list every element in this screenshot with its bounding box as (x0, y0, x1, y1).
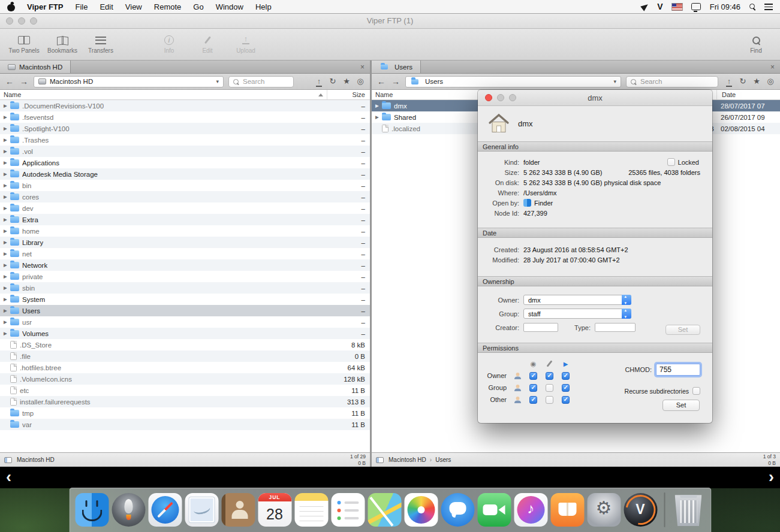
menu-go[interactable]: Go (187, 2, 209, 11)
file-row-library[interactable]: Library– (0, 237, 370, 248)
ibooks-dock-icon[interactable] (550, 493, 584, 527)
contacts-dock-icon[interactable] (221, 493, 255, 527)
disclosure-triangle-icon[interactable] (372, 114, 381, 120)
forward-icon[interactable] (391, 77, 400, 86)
disclosure-triangle-icon[interactable] (0, 114, 9, 120)
file-row-extra[interactable]: Extra– (0, 214, 370, 225)
file-row-ds-store[interactable]: .DS_Store8 kB (0, 339, 370, 350)
disclosure-triangle-icon[interactable] (0, 205, 9, 211)
bookmarks-button[interactable]: Bookmarks (47, 35, 78, 54)
permission-checkbox-other-read[interactable] (529, 396, 537, 404)
disclosure-triangle-icon[interactable] (0, 331, 9, 336)
breadcrumb-users[interactable]: Users (435, 457, 451, 463)
facetime-dock-icon[interactable] (477, 493, 511, 527)
permission-checkbox-owner-read[interactable] (529, 372, 537, 380)
menu-file[interactable]: File (69, 2, 94, 11)
file-row-sbin[interactable]: sbin– (0, 282, 370, 294)
disclosure-triangle-icon[interactable] (0, 149, 9, 154)
disclosure-triangle-icon[interactable] (0, 262, 9, 268)
menu-window[interactable]: Window (210, 2, 249, 11)
permissions-set-button[interactable]: Set (662, 400, 700, 411)
spotlight-icon[interactable] (749, 4, 755, 10)
permission-checkbox-other-write[interactable] (546, 396, 553, 404)
disclosure-triangle-icon[interactable] (0, 319, 9, 325)
file-row-spotlight-v100[interactable]: .Spotlight-V100– (0, 123, 370, 134)
menubar-clock[interactable]: Fri 09:46 (710, 2, 740, 11)
messages-dock-icon[interactable] (441, 493, 474, 527)
edit-button[interactable]: Edit (192, 35, 223, 54)
dialog-minimize-button[interactable] (497, 94, 504, 101)
scroll-left-icon[interactable] (6, 467, 11, 488)
calendar-dock-icon[interactable]: JUL28 (258, 493, 291, 527)
file-row-file[interactable]: .file0 B (0, 350, 370, 362)
menu-view[interactable]: View (119, 2, 148, 11)
displays-icon[interactable] (691, 3, 701, 10)
left-search[interactable] (228, 76, 294, 87)
disclosure-triangle-icon[interactable] (0, 274, 9, 279)
file-row-network[interactable]: Network– (0, 259, 370, 271)
permission-checkbox-group-read[interactable] (529, 384, 537, 392)
safari-dock-icon[interactable] (148, 493, 182, 527)
group-dropdown[interactable]: staff (523, 309, 631, 319)
close-button[interactable] (6, 17, 13, 25)
file-row-fseventsd[interactable]: .fseventsd– (0, 111, 370, 123)
file-row-usr[interactable]: usr– (0, 316, 370, 328)
disclosure-triangle-icon[interactable] (0, 171, 9, 177)
reminders-dock-icon[interactable] (331, 493, 365, 527)
scroll-right-icon[interactable] (769, 467, 774, 488)
file-row-var[interactable]: var11 B (0, 419, 370, 430)
permission-checkbox-owner-exec[interactable] (562, 372, 570, 380)
zoom-button[interactable] (30, 17, 37, 25)
disclosure-triangle-icon[interactable] (0, 297, 9, 302)
file-row-private[interactable]: private– (0, 271, 370, 282)
remote-pointer-icon[interactable] (641, 2, 650, 11)
file-row-volumes[interactable]: Volumes– (0, 328, 370, 339)
column-header-date[interactable]: Date (716, 90, 780, 99)
launchpad-dock-icon[interactable] (112, 493, 145, 527)
minimize-button[interactable] (18, 17, 25, 25)
right-search-input[interactable] (640, 78, 713, 85)
disclosure-triangle-icon[interactable] (0, 308, 9, 313)
column-header-name[interactable]: Name (0, 91, 327, 98)
disclosure-triangle-icon[interactable] (0, 126, 9, 131)
file-row-system[interactable]: System– (0, 294, 370, 305)
disclosure-triangle-icon[interactable] (0, 251, 9, 256)
locate-icon[interactable] (766, 77, 775, 87)
file-row-volumeicon-icns[interactable]: .VolumeIcon.icns128 kB (0, 373, 370, 385)
file-row-documentrevisions-v100[interactable]: .DocumentRevisions-V100– (0, 100, 370, 111)
disclosure-triangle-icon[interactable] (0, 285, 9, 291)
back-icon[interactable] (377, 77, 386, 86)
notification-center-icon[interactable] (764, 4, 773, 10)
viper-status-icon[interactable] (657, 2, 662, 11)
maps-dock-icon[interactable] (368, 493, 401, 527)
dialog-close-button[interactable] (485, 94, 492, 101)
file-row-etc[interactable]: etc11 B (0, 385, 370, 396)
refresh-icon[interactable] (328, 77, 338, 87)
permission-checkbox-group-write[interactable] (546, 384, 553, 392)
disclosure-triangle-icon[interactable] (0, 137, 9, 143)
ownership-set-button[interactable]: Set (665, 325, 700, 335)
left-tab-close-icon[interactable] (355, 63, 370, 71)
left-path-dropdown[interactable]: Macintosh HD (34, 76, 224, 87)
locked-checkbox[interactable] (667, 158, 675, 166)
breadcrumb-macintosh-hd[interactable]: Macintosh HD (17, 457, 55, 463)
disclosure-triangle-icon[interactable] (0, 160, 9, 165)
disclosure-triangle-icon[interactable] (0, 194, 9, 200)
bookmark-star-icon[interactable] (342, 77, 351, 87)
recurse-checkbox[interactable] (692, 387, 700, 395)
dialog-zoom-button[interactable] (509, 94, 516, 101)
creator-input[interactable] (523, 323, 558, 332)
find-button[interactable]: Find (740, 35, 772, 54)
app-menu[interactable]: Viper FTP (23, 2, 67, 11)
system-preferences-dock-icon[interactable] (587, 493, 621, 527)
file-row-home[interactable]: home– (0, 225, 370, 237)
file-row-vol[interactable]: .vol– (0, 146, 370, 157)
file-row-autodesk-media-storage[interactable]: Autodesk Media Storage– (0, 168, 370, 180)
file-row-hotfiles-btree[interactable]: .hotfiles.btree64 kB (0, 362, 370, 373)
locate-icon[interactable] (356, 77, 365, 87)
right-tab-close-icon[interactable] (765, 63, 780, 71)
menu-remote[interactable]: Remote (148, 2, 188, 11)
trash-dock-icon[interactable] (671, 493, 705, 527)
file-row-users[interactable]: Users– (0, 305, 370, 316)
parent-folder-icon[interactable] (314, 77, 324, 87)
